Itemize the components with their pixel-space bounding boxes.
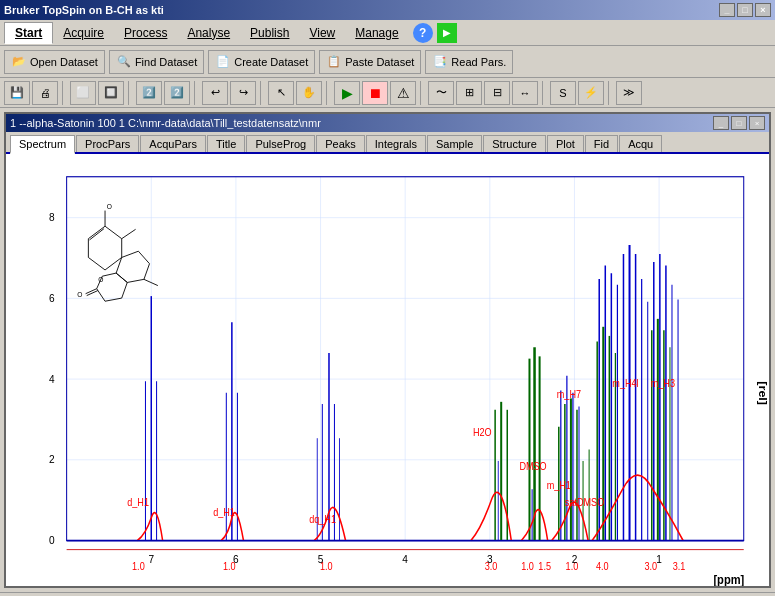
svg-text:O: O: [98, 276, 104, 284]
svg-text:m_H7: m_H7: [557, 389, 581, 401]
toolbar-row-2: 💾 🖨 ⬜ 🔲 2️⃣ 2️⃣ ↩ ↪ ↖ ✋ ▶ ⏹ ⚠ 〜 ⊞ ⊟ ↔ S …: [0, 78, 775, 108]
svg-text:[ppm]: [ppm]: [713, 572, 744, 586]
tool-extra[interactable]: ≫: [616, 81, 642, 105]
inner-window: 1 --alpha-Satonin 100 1 C:\nmr-data\data…: [4, 112, 771, 588]
tool-stop-red[interactable]: ⚠: [390, 81, 416, 105]
svg-text:6: 6: [49, 291, 55, 304]
inner-close-btn[interactable]: ×: [749, 116, 765, 130]
tool-save[interactable]: 💾: [4, 81, 30, 105]
separator-3: [194, 81, 198, 105]
tool-cursor[interactable]: ↖: [268, 81, 294, 105]
tab-acqu[interactable]: Acqu: [619, 135, 662, 152]
chart-area: d_H1 d_H1 dq_H1 H2O DMSO m_H1 satDMSO m_…: [6, 154, 769, 586]
tool-play[interactable]: ▶: [334, 81, 360, 105]
tab-spectrum[interactable]: Spectrum: [10, 135, 75, 154]
svg-text:4: 4: [402, 553, 408, 566]
svg-text:d_H1: d_H1: [127, 497, 149, 509]
svg-text:1.0: 1.0: [132, 561, 145, 573]
tool-arrows[interactable]: ↔: [512, 81, 538, 105]
tool-grid[interactable]: ⊞: [456, 81, 482, 105]
title-bar: Bruker TopSpin on B-CH as kti _ □ ×: [0, 0, 775, 20]
read-icon: 📑: [432, 54, 448, 70]
tool-zoom[interactable]: 🔲: [98, 81, 124, 105]
help-button[interactable]: ?: [413, 23, 433, 43]
inner-window-title: 1 --alpha-Satonin 100 1 C:\nmr-data\data…: [10, 117, 321, 129]
separator-8: [608, 81, 612, 105]
svg-text:4.0: 4.0: [596, 561, 609, 573]
tab-title[interactable]: Title: [207, 135, 245, 152]
paste-dataset-button[interactable]: 📋 Paste Dataset: [319, 50, 421, 74]
tab-fid[interactable]: Fid: [585, 135, 618, 152]
svg-text:2: 2: [49, 453, 55, 466]
menu-publish[interactable]: Publish: [240, 23, 299, 43]
svg-text:m_H3: m_H3: [651, 378, 675, 390]
status-bar: [0, 592, 775, 596]
svg-text:dq_H1: dq_H1: [309, 514, 336, 526]
find-dataset-button[interactable]: 🔍 Find Dataset: [109, 50, 204, 74]
menu-start[interactable]: Start: [4, 22, 53, 44]
nmr-spectrum-chart[interactable]: d_H1 d_H1 dq_H1 H2O DMSO m_H1 satDMSO m_…: [6, 154, 769, 586]
svg-text:1.5: 1.5: [538, 561, 551, 573]
svg-text:4: 4: [49, 372, 55, 385]
open-icon: 📂: [11, 54, 27, 70]
toolbar-row-1: 📂 Open Dataset 🔍 Find Dataset 📄 Create D…: [0, 46, 775, 78]
tab-structure[interactable]: Structure: [483, 135, 546, 152]
menu-analyse[interactable]: Analyse: [177, 23, 240, 43]
menu-view[interactable]: View: [299, 23, 345, 43]
svg-text:2: 2: [572, 553, 578, 566]
inner-title-bar: 1 --alpha-Satonin 100 1 C:\nmr-data\data…: [6, 114, 769, 132]
inner-maximize-btn[interactable]: □: [731, 116, 747, 130]
inner-minimize-btn[interactable]: _: [713, 116, 729, 130]
tool-hand[interactable]: ✋: [296, 81, 322, 105]
svg-text:d_H1: d_H1: [213, 506, 235, 518]
svg-text:[rel]: [rel]: [756, 381, 769, 405]
svg-text:6: 6: [233, 553, 239, 566]
svg-text:O: O: [107, 202, 113, 210]
read-pars-button[interactable]: 📑 Read Pars.: [425, 50, 513, 74]
tool-s1[interactable]: S: [550, 81, 576, 105]
svg-text:3.1: 3.1: [673, 561, 686, 573]
tab-sample[interactable]: Sample: [427, 135, 482, 152]
create-icon: 📄: [215, 54, 231, 70]
tab-integrals[interactable]: Integrals: [366, 135, 426, 152]
tab-plot[interactable]: Plot: [547, 135, 584, 152]
menu-process[interactable]: Process: [114, 23, 177, 43]
tool-wave[interactable]: 〜: [428, 81, 454, 105]
tool-redo[interactable]: ↪: [230, 81, 256, 105]
close-button[interactable]: ×: [755, 3, 771, 17]
svg-text:1.0: 1.0: [521, 561, 534, 573]
tool-print[interactable]: 🖨: [32, 81, 58, 105]
svg-text:7: 7: [148, 553, 154, 566]
tool-counter2[interactable]: 2️⃣: [164, 81, 190, 105]
tab-procpars[interactable]: ProcPars: [76, 135, 139, 152]
svg-text:3.0: 3.0: [644, 561, 657, 573]
tool-stop[interactable]: ⏹: [362, 81, 388, 105]
paste-icon: 📋: [326, 54, 342, 70]
svg-text:0: 0: [49, 533, 55, 546]
app-title: Bruker TopSpin on B-CH as kti: [4, 4, 164, 16]
create-dataset-button[interactable]: 📄 Create Dataset: [208, 50, 315, 74]
svg-text:1: 1: [656, 553, 662, 566]
separator-7: [542, 81, 546, 105]
svg-text:3: 3: [487, 553, 493, 566]
inner-title-buttons[interactable]: _ □ ×: [713, 116, 765, 130]
menu-acquire[interactable]: Acquire: [53, 23, 114, 43]
tab-peaks[interactable]: Peaks: [316, 135, 365, 152]
tool-s2[interactable]: ⚡: [578, 81, 604, 105]
tab-pulseprog[interactable]: PulseProg: [246, 135, 315, 152]
title-bar-buttons[interactable]: _ □ ×: [719, 3, 771, 17]
minimize-button[interactable]: _: [719, 3, 735, 17]
find-icon: 🔍: [116, 54, 132, 70]
tool-counter[interactable]: 2️⃣: [136, 81, 162, 105]
status-indicator: ▶: [437, 23, 457, 43]
tool-undo[interactable]: ↩: [202, 81, 228, 105]
svg-text:m_H4l: m_H4l: [612, 378, 638, 390]
tool-select[interactable]: ⬜: [70, 81, 96, 105]
tab-acqupars[interactable]: AcquPars: [140, 135, 206, 152]
separator-5: [326, 81, 330, 105]
tool-grid2[interactable]: ⊟: [484, 81, 510, 105]
tabs-bar: Spectrum ProcPars AcquPars Title PulsePr…: [6, 132, 769, 154]
maximize-button[interactable]: □: [737, 3, 753, 17]
open-dataset-button[interactable]: 📂 Open Dataset: [4, 50, 105, 74]
menu-manage[interactable]: Manage: [345, 23, 408, 43]
